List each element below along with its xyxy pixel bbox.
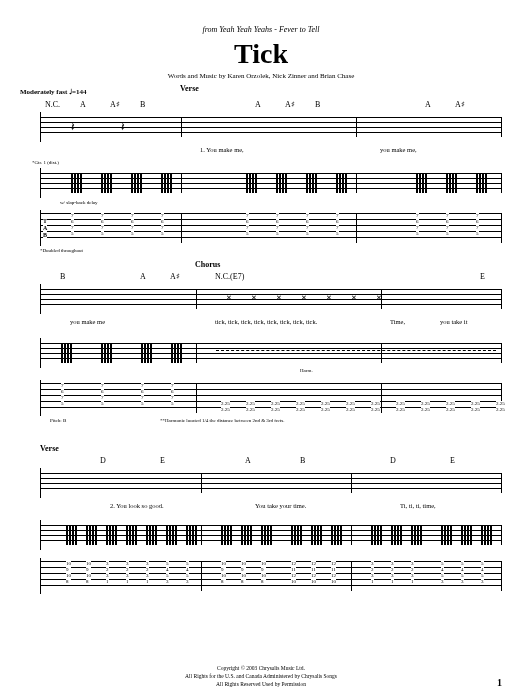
- tab-harm: 2.25 2.25: [371, 401, 380, 413]
- tab-fret: 5 4 5 3: [481, 561, 484, 585]
- tab-fret: 7 6 7 5: [246, 213, 249, 237]
- section-verse-2: Verse: [40, 444, 59, 453]
- lyric: You take your time.: [255, 502, 306, 509]
- source-line: from Yeah Yeah Yeahs - Fever to Tell: [20, 18, 502, 36]
- chord: A♯: [285, 100, 295, 109]
- credits: Words and Music by Karen Orzolek, Nick Z…: [20, 72, 502, 80]
- gtr1-label: *Gtr. 1 (dist.): [32, 160, 59, 165]
- harm-label: Harm.: [300, 368, 313, 373]
- sheet-music-page: from Yeah Yeah Yeahs - Fever to Tell Tic…: [0, 0, 522, 696]
- chord: B: [315, 100, 320, 109]
- section-chorus: Chorus: [195, 260, 220, 269]
- system-2: Chorus BAA♯E N.C.(E7) ✕✕✕✕✕✕✕ you make m…: [20, 268, 502, 438]
- chord: E: [450, 456, 455, 465]
- tab-fret: 3 2 3 1: [371, 561, 374, 585]
- tab-label: T A B: [43, 218, 47, 239]
- tab-harm: 2.25 2.25: [446, 401, 455, 413]
- chord: B: [140, 100, 145, 109]
- tab-fret: 3 2 3 1: [126, 561, 129, 585]
- tab-harm: 2.25 2.25: [496, 401, 505, 413]
- vocal-staff-3: [40, 468, 502, 498]
- chord: A: [245, 456, 251, 465]
- song-title: Tick: [20, 38, 502, 70]
- lyric: Ti, ti, ti, time,: [400, 502, 436, 509]
- chord: A♯: [110, 100, 120, 109]
- tab-fret: 10 9 10 8: [241, 561, 246, 585]
- x-notehead: ✕: [301, 294, 307, 302]
- x-notehead: ✕: [326, 294, 332, 302]
- chord: A♯: [455, 100, 465, 109]
- guitar-staff: [40, 168, 502, 198]
- lyric: tick, tick, tick, tick, tick, tick, tick…: [215, 318, 317, 325]
- tab-fret: 12 11 12 10: [331, 561, 336, 585]
- doubled-note: *Doubled throughout: [40, 248, 83, 253]
- tab-fret: 7 6 7 5: [61, 383, 64, 407]
- album-name: Fever to Tell: [279, 25, 320, 34]
- lyric: Time,: [390, 318, 405, 325]
- delay-label: w/ slap-back delay: [60, 200, 98, 205]
- chord: E: [160, 456, 165, 465]
- section-verse: Verse: [180, 84, 199, 93]
- tab-fret: 5 4 5 3: [441, 561, 444, 585]
- tab-fret: 7 6 7 5: [131, 213, 134, 237]
- tab-staff-2: 7 6 7 57 6 7 57 6 7 57 6 7 52.25 2.252.2…: [40, 380, 502, 416]
- tab-fret: 7 6 7 5: [71, 213, 74, 237]
- footer: Copyright © 2003 Chrysalis Music Ltd. Al…: [0, 664, 522, 688]
- tab-fret: 7 6 7 5: [101, 213, 104, 237]
- guitar-staff-2: [40, 338, 502, 368]
- chord: A: [255, 100, 261, 109]
- pitch-label: Pitch: B: [50, 418, 66, 423]
- lyric: 2. You look so good.: [110, 502, 164, 509]
- tab-fret: 3 2 3 1: [106, 561, 109, 585]
- tab-harm: 2.25 2.25: [271, 401, 280, 413]
- tab-harm: 2.25 2.25: [321, 401, 330, 413]
- tab-fret: 10 9 10 8: [86, 561, 91, 585]
- tab-harm: 2.25 2.25: [221, 401, 230, 413]
- page-number: 1: [497, 677, 502, 688]
- tab-fret: 5 4 5 3: [166, 561, 169, 585]
- nc-e7: N.C.(E7): [215, 272, 244, 281]
- x-notehead: ✕: [226, 294, 232, 302]
- tab-harm: 2.25 2.25: [296, 401, 305, 413]
- tab-fret: 3 2 3 1: [411, 561, 414, 585]
- rights-2: All Rights Reserved Used by Permission: [0, 680, 522, 688]
- tab-fret: 10 9 10 8: [261, 561, 266, 585]
- tab-fret: 7 6 7 5: [306, 213, 309, 237]
- tab-harm: 2.25 2.25: [396, 401, 405, 413]
- tab-fret: 7 6 7 5: [476, 213, 479, 237]
- guitar-staff-3: [40, 520, 502, 550]
- tab-harm: 2.25 2.25: [346, 401, 355, 413]
- tab-fret: 7 6 7 5: [161, 213, 164, 237]
- tab-staff: T A B 7 6 7 57 6 7 57 6 7 57 6 7 57 6 7 …: [40, 210, 502, 246]
- lyric: you take it: [440, 318, 467, 325]
- tab-harm: 2.25 2.25: [471, 401, 480, 413]
- tab-fret: 7 6 7 5: [416, 213, 419, 237]
- tempo-marking: Moderately fast ♩=144: [20, 88, 86, 96]
- x-notehead: ✕: [276, 294, 282, 302]
- tab-fret: 7 6 7 5: [446, 213, 449, 237]
- lyric: you make me,: [380, 146, 417, 153]
- tab-fret: 3 2 3 1: [146, 561, 149, 585]
- tab-fret: 7 6 7 5: [101, 383, 104, 407]
- chord: A: [425, 100, 431, 109]
- tab-harm: 2.25 2.25: [421, 401, 430, 413]
- tab-fret: 10 9 10 8: [221, 561, 226, 585]
- chord: B: [300, 456, 305, 465]
- chord: D: [100, 456, 106, 465]
- chord: A♯: [170, 272, 180, 281]
- harm-footnote: **Harmonic located 1/4 the distance betw…: [160, 418, 284, 423]
- tab-fret: 12 11 12 10: [291, 561, 296, 585]
- vocal-staff: 𝄽 𝄽: [40, 112, 502, 142]
- x-notehead: ✕: [251, 294, 257, 302]
- tab-fret: 10 9 10 8: [66, 561, 71, 585]
- system-3: Verse DEABDE 2. You look so good.You tak…: [20, 450, 502, 600]
- header: from Yeah Yeah Yeahs - Fever to Tell Tic…: [20, 18, 502, 80]
- vocal-staff-2: ✕✕✕✕✕✕✕: [40, 284, 502, 314]
- tab-fret: 3 2 3 1: [391, 561, 394, 585]
- tab-fret: 7 6 7 5: [336, 213, 339, 237]
- tab-fret: 5 4 5 3: [186, 561, 189, 585]
- copyright: Copyright © 2003 Chrysalis Music Ltd.: [0, 664, 522, 672]
- tab-harm: 2.25 2.25: [246, 401, 255, 413]
- tab-fret: 7 6 7 5: [171, 383, 174, 407]
- x-notehead: ✕: [351, 294, 357, 302]
